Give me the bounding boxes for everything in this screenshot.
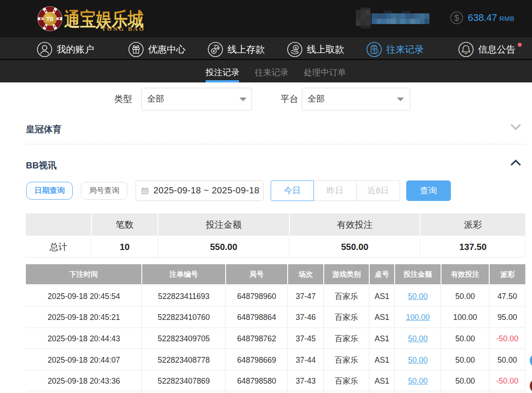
svg-text:$: $ <box>454 13 459 23</box>
svg-text:♥: ♥ <box>39 17 43 20</box>
svg-text:TONG BAO: TONG BAO <box>102 25 145 32</box>
svg-text:TB: TB <box>46 16 54 22</box>
svg-text:♥: ♥ <box>57 17 62 20</box>
svg-text:$: $ <box>295 45 297 50</box>
